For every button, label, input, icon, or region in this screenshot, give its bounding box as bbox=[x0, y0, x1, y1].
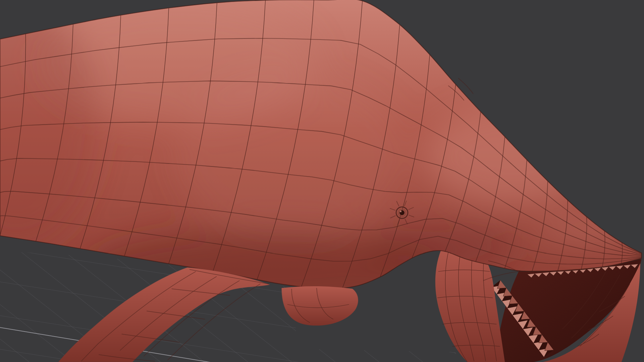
viewport-canvas[interactable] bbox=[0, 0, 644, 362]
